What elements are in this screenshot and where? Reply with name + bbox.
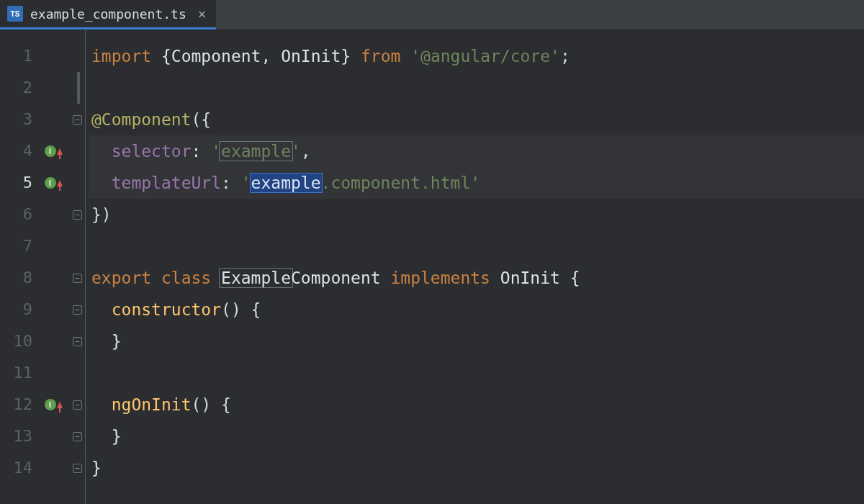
file-tab[interactable]: TS example_component.ts × (0, 0, 216, 30)
inlay-marker[interactable]: I (37, 389, 70, 420)
line-number: 13 (0, 420, 37, 452)
fold-toggle-icon[interactable] (73, 115, 82, 125)
line-number: 8 (0, 262, 37, 294)
code-line[interactable]: ngOnInit() { (89, 389, 864, 420)
text-selection: example (250, 173, 323, 193)
fold-toggle-icon[interactable] (73, 337, 82, 346)
line-number: 2 (0, 72, 37, 104)
inlay-marker[interactable]: I (37, 167, 70, 199)
code-line-current[interactable]: templateUrl: 'example.component.html' (89, 167, 864, 199)
marker-gutter: I I I (37, 30, 70, 504)
code-line[interactable]: } (89, 420, 864, 452)
code-line[interactable] (89, 357, 864, 389)
code-line[interactable]: selector: 'example', (89, 135, 864, 167)
fold-toggle-icon[interactable] (73, 210, 82, 220)
code-line[interactable]: constructor() { (89, 294, 864, 325)
tab-bar: TS example_component.ts × (0, 0, 864, 30)
code-line[interactable]: @Component({ (89, 104, 864, 135)
line-number: 7 (0, 230, 37, 262)
line-number-gutter: 1 2 3 4 5 6 7 8 9 10 11 12 13 14 (0, 30, 37, 504)
line-number-current: 5 (0, 167, 37, 199)
code-line[interactable]: export class ExampleComponent implements… (89, 262, 864, 294)
line-number: 1 (0, 40, 37, 72)
line-number: 14 (0, 452, 37, 484)
inlay-marker[interactable]: I (37, 135, 70, 167)
typescript-file-icon: TS (7, 6, 23, 22)
fold-gutter (70, 30, 86, 504)
tab-filename: example_component.ts (30, 6, 186, 22)
code-editor[interactable]: 1 2 3 4 5 6 7 8 9 10 11 12 13 14 I I I (0, 30, 864, 504)
occurrence-highlight: Example (219, 268, 293, 288)
code-line[interactable]: }) (89, 199, 864, 230)
line-number: 3 (0, 104, 37, 135)
occurrence-highlight: example (219, 141, 293, 161)
code-line[interactable]: } (89, 325, 864, 357)
fold-toggle-icon[interactable] (73, 400, 82, 410)
line-number: 11 (0, 357, 37, 389)
code-area[interactable]: import {Component, OnInit} from '@angula… (86, 30, 864, 504)
fold-toggle-icon[interactable] (73, 432, 82, 441)
code-line[interactable]: import {Component, OnInit} from '@angula… (89, 40, 864, 72)
line-number: 6 (0, 199, 37, 230)
line-number: 4 (0, 135, 37, 167)
code-line[interactable]: } (89, 452, 864, 484)
fold-toggle-icon[interactable] (73, 305, 82, 315)
line-number: 9 (0, 294, 37, 325)
code-line[interactable] (89, 230, 864, 262)
line-number: 10 (0, 325, 37, 357)
code-line[interactable] (89, 72, 864, 104)
fold-toggle-icon[interactable] (73, 274, 82, 283)
fold-toggle-icon[interactable] (73, 464, 82, 473)
line-number: 12 (0, 389, 37, 420)
close-tab-icon[interactable]: × (198, 6, 206, 22)
